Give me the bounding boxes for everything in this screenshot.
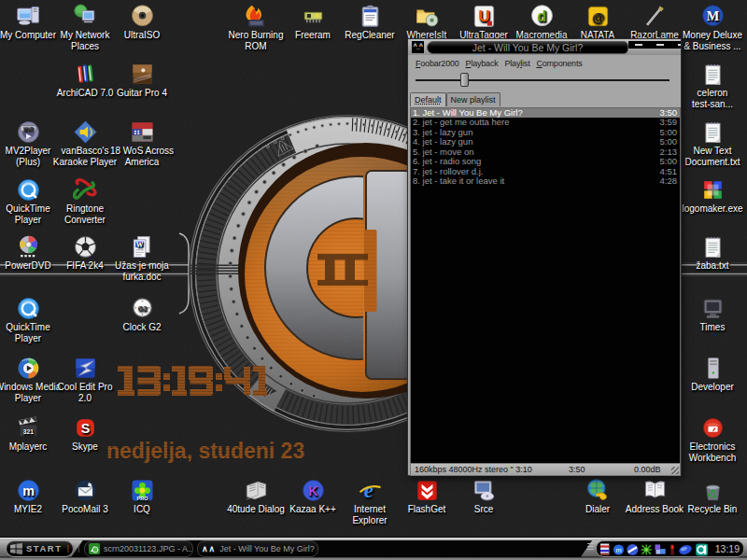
svg-text:S: S [80, 421, 90, 436]
svg-text:W: W [135, 241, 143, 249]
svg-text:PRO: PRO [136, 496, 148, 501]
svg-text:e: e [363, 479, 373, 502]
svg-text:m: m [22, 483, 35, 498]
svg-text:M: M [706, 8, 719, 23]
svg-text:m: m [615, 546, 621, 554]
svg-text:MVP: MVP [23, 126, 35, 132]
svg-text:nedjelja, studeni 23: nedjelja, studeni 23 [106, 439, 304, 463]
svg-text:d: d [537, 7, 546, 24]
svg-text:@: @ [591, 10, 603, 24]
svg-text:321: 321 [22, 428, 34, 435]
svg-text:K: K [308, 483, 318, 498]
svg-text:G2: G2 [137, 304, 147, 313]
